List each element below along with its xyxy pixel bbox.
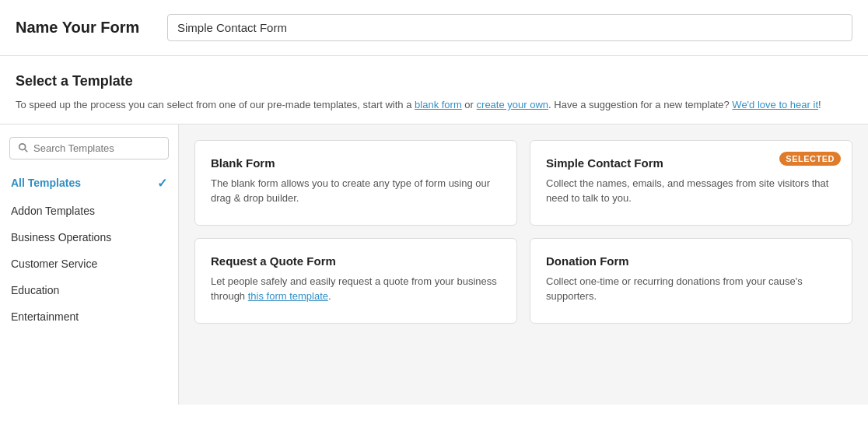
form-name-input[interactable]: [167, 14, 852, 41]
main-content: All Templates ✓ Addon Templates Business…: [0, 124, 868, 405]
template-card-blank-form[interactable]: Blank Form The blank form allows you to …: [194, 140, 517, 226]
svg-point-0: [19, 144, 26, 150]
select-template-desc: To speed up the process you can select f…: [16, 97, 852, 113]
sidebar-item-label: Business Operations: [11, 231, 111, 244]
name-form-row: Name Your Form: [0, 0, 868, 56]
create-your-own-link[interactable]: create your own: [477, 99, 549, 110]
sidebar-item-business-operations[interactable]: Business Operations: [0, 224, 178, 251]
sidebar-item-label: Customer Service: [11, 258, 97, 270]
sidebar-item-all-templates[interactable]: All Templates ✓: [0, 169, 178, 198]
select-template-section: Select a Template To speed up the proces…: [0, 56, 868, 124]
template-card-desc: The blank form allows you to create any …: [211, 176, 501, 206]
sidebar-item-label: Education: [11, 284, 59, 296]
svg-line-1: [25, 149, 28, 152]
template-card-title: Request a Quote Form: [211, 254, 501, 268]
sidebar: All Templates ✓ Addon Templates Business…: [0, 124, 179, 405]
page-wrapper: Name Your Form Select a Template To spee…: [0, 0, 868, 424]
sidebar-item-label: Addon Templates: [11, 205, 95, 217]
sidebar-item-addon-templates[interactable]: Addon Templates: [0, 198, 178, 224]
sidebar-item-label: Entertainment: [11, 310, 79, 323]
sidebar-item-education[interactable]: Education: [0, 277, 178, 303]
template-card-donation[interactable]: Donation Form Collect one-time or recurr…: [530, 238, 852, 324]
template-card-desc: Collect the names, emails, and messages …: [546, 176, 836, 206]
template-grid-wrapper: Blank Form The blank form allows you to …: [179, 124, 868, 405]
name-form-label: Name Your Form: [16, 19, 152, 37]
sidebar-item-label: All Templates: [11, 177, 81, 189]
template-grid: Blank Form The blank form allows you to …: [194, 140, 852, 324]
template-card-desc: Let people safely and easily request a q…: [211, 274, 501, 304]
template-card-desc: Collect one-time or recurring donations …: [546, 274, 836, 304]
template-card-title: Blank Form: [211, 156, 501, 170]
selected-badge: Selected: [779, 152, 841, 166]
check-icon: ✓: [157, 176, 167, 191]
form-template-link[interactable]: this form template: [248, 290, 328, 302]
search-icon: [18, 142, 29, 153]
search-input-container[interactable]: [9, 137, 169, 159]
search-wrapper: [0, 137, 178, 169]
sidebar-nav: All Templates ✓ Addon Templates Business…: [0, 169, 178, 330]
search-templates-input[interactable]: [33, 142, 160, 154]
sidebar-item-entertainment[interactable]: Entertainment: [0, 303, 178, 330]
template-card-request-quote[interactable]: Request a Quote Form Let people safely a…: [194, 238, 517, 324]
blank-form-link[interactable]: blank form: [415, 99, 462, 110]
select-template-title: Select a Template: [16, 73, 852, 89]
sidebar-item-customer-service[interactable]: Customer Service: [0, 251, 178, 277]
suggestion-link[interactable]: We'd love to hear it: [732, 99, 818, 110]
template-card-simple-contact[interactable]: Selected Simple Contact Form Collect the…: [530, 140, 852, 226]
template-card-title: Donation Form: [546, 254, 836, 268]
